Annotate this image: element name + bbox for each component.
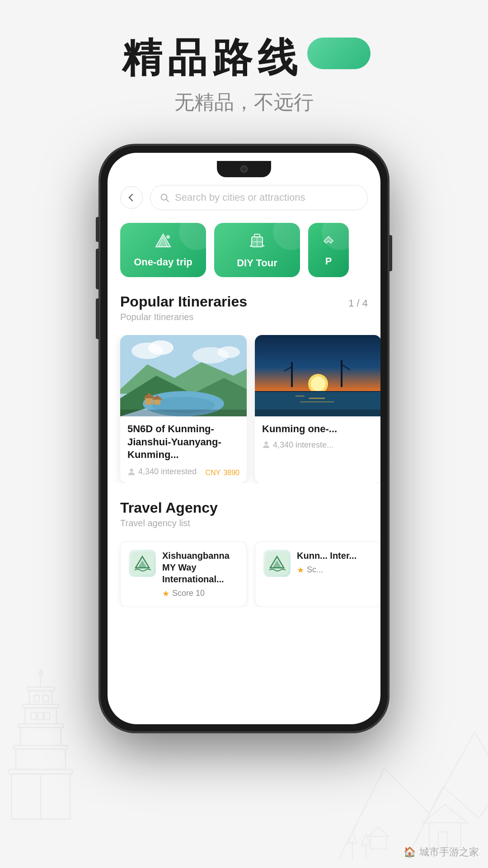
svg-point-32: [166, 235, 170, 239]
card-1-meta: 4,340 interested CNY 3890: [127, 466, 239, 478]
svg-point-69: [265, 442, 268, 445]
card-2-image: [255, 335, 380, 416]
svg-rect-26: [371, 836, 386, 849]
card-2-info: Kunming one-... 4,340 intereste...: [255, 416, 380, 455]
agency-2-logo: [263, 550, 291, 577]
svg-point-54: [130, 468, 133, 472]
back-button[interactable]: [120, 186, 143, 209]
svg-rect-5: [20, 727, 61, 745]
svg-rect-53: [120, 410, 247, 416]
svg-rect-60: [341, 360, 343, 387]
star-icon-2: ★: [297, 565, 304, 575]
svg-rect-0: [27, 687, 54, 691]
section-header: Popular Itineraries 1 / 4: [120, 293, 368, 310]
itinerary-cards-row: 5N6D of Kunming-Jianshui-Yuanyang-Kunmin…: [108, 335, 380, 483]
watermark: 🏠 城市手游之家: [404, 845, 479, 859]
svg-marker-24: [422, 805, 468, 823]
agency-card-2[interactable]: Kunn... Inter... ★ Sc...: [255, 541, 380, 607]
category-chip-partial[interactable]: P: [308, 223, 349, 277]
svg-rect-2: [23, 704, 59, 708]
svg-rect-14: [34, 695, 39, 702]
travel-agency-subtitle: Travel agency list: [120, 518, 368, 528]
person-icon: [127, 468, 136, 476]
diy-tour-icon: [249, 231, 265, 254]
popular-itineraries-section: Popular Itineraries 1 / 4 Popular Itiner…: [108, 286, 380, 335]
category-chip-diy-tour[interactable]: DIY Tour: [214, 223, 300, 277]
svg-marker-22: [361, 834, 371, 845]
phone-frame: Search by cities or attractions: [99, 145, 389, 732]
card-2-title: Kunming one-...: [262, 423, 374, 436]
back-chevron-icon: [129, 194, 136, 202]
svg-point-43: [217, 346, 240, 358]
agency-1-score: ★ Score 10: [162, 589, 238, 599]
itinerary-card-2[interactable]: Kunming one-... 4,340 intereste...: [255, 335, 380, 483]
phone-notch: [217, 161, 271, 177]
card-1-title: 5N6D of Kunming-Jianshui-Yuanyang-Kunmin…: [127, 423, 239, 462]
svg-rect-51: [154, 400, 160, 405]
phone-device: Search by cities or attractions: [99, 145, 389, 732]
svg-rect-8: [9, 769, 72, 774]
star-icon: ★: [162, 589, 169, 599]
partial-icon: [322, 233, 335, 252]
svg-rect-49: [145, 398, 153, 405]
category-row: One-day trip: [108, 217, 380, 286]
svg-rect-4: [18, 724, 63, 727]
person-icon-2: [262, 441, 270, 449]
page-header: 精品路线 无精品，不远行: [0, 36, 488, 116]
diy-tour-label: DIY Tour: [237, 257, 277, 269]
front-camera: [240, 165, 248, 173]
popular-itineraries-title: Popular Itineraries: [120, 293, 247, 310]
partial-label: P: [325, 255, 332, 267]
svg-rect-17: [38, 712, 43, 720]
watermark-icon: 🏠: [404, 846, 416, 858]
agency-card-1[interactable]: Xishuangbanna MY Way International... ★ …: [120, 541, 247, 607]
phone-screen: Search by cities or attractions: [108, 153, 380, 724]
volume-up-button: [96, 249, 99, 289]
svg-rect-18: [44, 712, 50, 720]
agency-2-info: Kunn... Inter... ★ Sc...: [297, 550, 373, 575]
search-input[interactable]: Search by cities or attractions: [175, 192, 305, 203]
card-1-price: CNY 3890: [206, 466, 240, 478]
card-1-image: [120, 335, 247, 416]
svg-line-13: [41, 669, 43, 676]
svg-rect-1: [29, 691, 52, 704]
itinerary-card-1[interactable]: 5N6D of Kunming-Jianshui-Yuanyang-Kunmin…: [120, 335, 247, 483]
one-day-trip-label: One-day trip: [134, 256, 192, 268]
title-badge: [307, 38, 371, 69]
agency-2-score: ★ Sc...: [297, 565, 373, 575]
agency-1-logo: [129, 550, 156, 577]
screen-content: Search by cities or attractions: [108, 153, 380, 724]
category-chip-one-day-trip[interactable]: One-day trip: [120, 223, 206, 277]
mute-button: [96, 217, 99, 242]
svg-point-41: [148, 340, 174, 355]
card-1-interested: 4,340 interested: [127, 467, 197, 476]
svg-rect-23: [429, 823, 461, 848]
svg-rect-68: [255, 410, 380, 416]
page-subtitle: 无精品，不远行: [0, 89, 488, 116]
svg-rect-59: [291, 362, 293, 387]
travel-agency-section: Travel Agency Travel agency list: [108, 492, 380, 541]
travel-agency-title: Travel Agency: [120, 500, 218, 516]
svg-line-29: [166, 199, 169, 202]
svg-rect-16: [31, 712, 36, 720]
search-bar-row: Search by cities or attractions: [108, 178, 380, 217]
agency-1-info: Xishuangbanna MY Way International... ★ …: [162, 550, 238, 599]
search-icon: [160, 193, 169, 203]
one-day-trip-icon: [154, 232, 172, 253]
watermark-text: 城市手游之家: [419, 845, 479, 859]
card-1-info: 5N6D of Kunming-Jianshui-Yuanyang-Kunmin…: [120, 416, 247, 483]
volume-down-button: [96, 298, 99, 339]
svg-rect-9: [11, 774, 70, 819]
power-button: [389, 235, 392, 271]
agency-1-name: Xishuangbanna MY Way International...: [162, 550, 238, 585]
svg-marker-27: [368, 827, 389, 836]
agency-2-name: Kunn... Inter...: [297, 550, 373, 561]
popular-itineraries-subtitle: Popular Itineraries: [120, 312, 368, 322]
card-2-interested: 4,340 intereste...: [262, 440, 333, 450]
card-2-meta: 4,340 intereste...: [262, 440, 374, 450]
search-input-wrap[interactable]: Search by cities or attractions: [150, 185, 368, 210]
pagination-indicator: 1 / 4: [348, 297, 368, 309]
svg-rect-6: [14, 745, 68, 749]
svg-rect-15: [43, 695, 48, 702]
svg-point-57: [311, 377, 325, 391]
